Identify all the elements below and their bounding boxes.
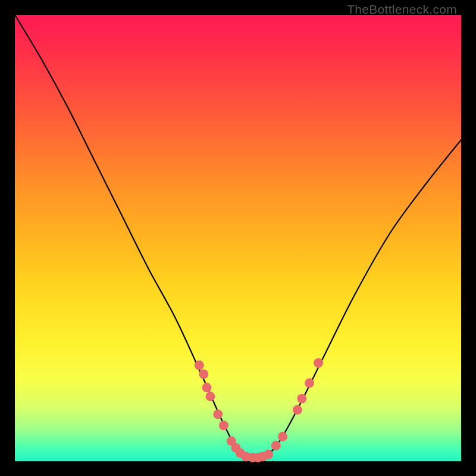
data-marker — [264, 450, 273, 459]
data-marker — [199, 369, 208, 379]
data-marker — [305, 378, 314, 388]
data-marker — [219, 421, 228, 430]
data-marker — [206, 392, 215, 401]
data-marker — [195, 361, 204, 370]
chart-svg — [15, 15, 461, 461]
data-marker — [202, 383, 212, 392]
data-marker — [293, 405, 302, 415]
data-marker — [278, 432, 287, 441]
data-marker — [297, 394, 306, 403]
data-markers — [195, 358, 323, 462]
watermark-label: TheBottleneck.com — [347, 2, 457, 17]
v-curve — [15, 15, 461, 458]
gradient-plot-area — [15, 15, 461, 461]
data-marker — [314, 358, 323, 368]
data-marker — [213, 409, 223, 419]
data-marker — [271, 441, 281, 450]
